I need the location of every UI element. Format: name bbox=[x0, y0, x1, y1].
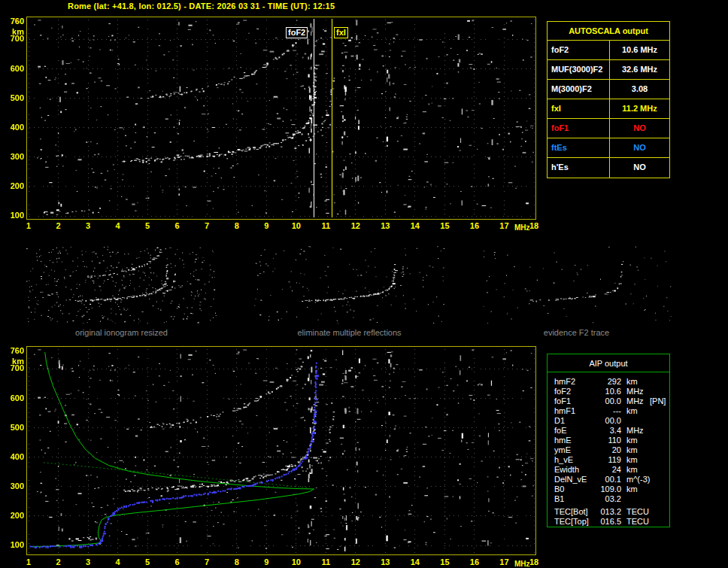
x-tick-label: 12 bbox=[347, 557, 365, 566]
aip-row: ymE20km bbox=[548, 445, 669, 455]
autoscala-row: foF1NO bbox=[548, 119, 669, 138]
param-name: B0 bbox=[548, 484, 593, 494]
param-name: DelN_vE bbox=[548, 475, 593, 484]
param-note bbox=[648, 377, 669, 387]
param-name: foF2 bbox=[548, 387, 593, 396]
aip-row: hmF1---km bbox=[548, 406, 669, 416]
x-tick-label: 10 bbox=[287, 557, 305, 566]
x-tick-label: 4 bbox=[109, 221, 127, 230]
param-note bbox=[648, 494, 669, 504]
x-tick-label: 1 bbox=[20, 221, 38, 230]
param-value: NO bbox=[610, 158, 669, 178]
aip-row: TEC[Bot]013.2TECU bbox=[548, 507, 669, 517]
x-tick-label: 9 bbox=[257, 557, 275, 566]
param-name: foF1 bbox=[548, 396, 593, 406]
autoscala-row: fxI11.2 MHz bbox=[548, 99, 669, 119]
thumbnail-canvas-original bbox=[26, 246, 217, 323]
param-unit: m^(-3) bbox=[621, 475, 648, 484]
param-unit: MHz bbox=[621, 426, 648, 436]
ionogram-plot-top: foF2 fxI bbox=[26, 17, 536, 220]
x-tick-label: 13 bbox=[376, 221, 394, 230]
param-value: 110 bbox=[593, 436, 621, 445]
autoscala-row: M(3000)F23.08 bbox=[548, 80, 669, 99]
param-unit: km bbox=[621, 445, 648, 455]
y-tick-label: 760 bbox=[2, 346, 24, 355]
param-name: hmF2 bbox=[548, 377, 593, 387]
param-value: --- bbox=[593, 406, 621, 416]
x-tick-label: 3 bbox=[79, 557, 97, 566]
thumbnail-evidence-f2-trace bbox=[481, 246, 672, 323]
x-tick-label: 6 bbox=[168, 557, 187, 566]
ionogram-canvas-top bbox=[27, 17, 535, 219]
x-tick-label: 17 bbox=[495, 221, 513, 230]
param-value: 109.0 bbox=[593, 484, 621, 494]
param-note bbox=[648, 507, 669, 517]
param-name: B1 bbox=[548, 494, 593, 504]
x-tick-label: 7 bbox=[198, 557, 216, 566]
x-tick-label: 17 bbox=[495, 557, 513, 566]
thumbnail-original-ionogram bbox=[26, 246, 217, 323]
param-value: 3.4 bbox=[593, 426, 621, 436]
param-name: fxI bbox=[548, 99, 610, 118]
param-value: 11.2 MHz bbox=[610, 99, 669, 118]
x-tick-label: 3 bbox=[79, 221, 97, 230]
param-value: 20 bbox=[593, 445, 621, 455]
page-title: Rome (lat: +41.8, lon: 012.5) - DATE: 20… bbox=[68, 2, 335, 11]
x-tick-label: 11 bbox=[317, 557, 335, 566]
x-tick-label: 2 bbox=[50, 557, 68, 566]
aip-row: Ewidth24km bbox=[548, 465, 669, 475]
y-tick-label: 300 bbox=[2, 152, 24, 161]
param-note bbox=[648, 445, 669, 455]
aip-row: hmF2292km bbox=[548, 377, 669, 387]
param-name: ymE bbox=[548, 445, 593, 455]
param-unit: km bbox=[621, 484, 648, 494]
param-value: 32.6 MHz bbox=[610, 60, 669, 79]
autoscala-window: Rome (lat: +41.8, lon: 012.5) - DATE: 20… bbox=[0, 0, 728, 568]
fxI-marker-label: fxI bbox=[334, 27, 348, 38]
aip-row: h_vE119km bbox=[548, 455, 669, 465]
param-note bbox=[648, 416, 669, 426]
x-tick-label: 8 bbox=[228, 221, 246, 230]
param-unit: km bbox=[621, 406, 648, 416]
aip-row: foE3.4MHz bbox=[548, 426, 669, 436]
x-tick-label: 16 bbox=[466, 557, 484, 566]
aip-row: foF210.6MHz bbox=[548, 387, 669, 396]
param-name: foE bbox=[548, 426, 593, 436]
x-tick-label: 15 bbox=[435, 221, 453, 230]
param-name: hmF1 bbox=[548, 406, 593, 416]
x-tick-label: 5 bbox=[138, 557, 156, 566]
param-note bbox=[648, 406, 669, 416]
param-unit: km bbox=[621, 465, 648, 475]
y-tick-label: 200 bbox=[2, 511, 24, 520]
param-name: D1 bbox=[548, 416, 593, 426]
param-value: 03.2 bbox=[593, 494, 621, 504]
aip-table-title: AIP output bbox=[548, 354, 669, 372]
param-name: M(3000)F2 bbox=[548, 80, 610, 99]
aip-table-rows: hmF2292kmfoF210.6MHzfoF100.0MHz[PN]hmF1-… bbox=[548, 372, 669, 527]
x-tick-label: 14 bbox=[406, 557, 424, 566]
y-tick-label: 400 bbox=[2, 452, 24, 461]
param-value: 016.5 bbox=[593, 517, 621, 527]
y-tick-label: 100 bbox=[2, 211, 24, 220]
param-value: 119 bbox=[593, 455, 621, 465]
param-unit: TECU bbox=[621, 507, 648, 517]
x-tick-label: 11 bbox=[317, 221, 335, 230]
param-unit: TECU bbox=[621, 517, 648, 527]
param-name: h_vE bbox=[548, 455, 593, 465]
y-tick-label: 100 bbox=[2, 540, 24, 549]
param-note bbox=[648, 426, 669, 436]
x-tick-label: 7 bbox=[198, 221, 216, 230]
x-tick-label: 6 bbox=[168, 221, 187, 230]
param-name: foF2 bbox=[548, 41, 610, 59]
thumbnail-canvas-evidence bbox=[481, 246, 672, 323]
param-unit: MHz bbox=[621, 387, 648, 396]
x-tick-label: 8 bbox=[228, 557, 246, 566]
param-value: 10.6 MHz bbox=[610, 41, 669, 59]
param-value: 3.08 bbox=[610, 80, 669, 99]
autoscala-row: h'EsNO bbox=[548, 158, 669, 178]
param-name: ftEs bbox=[548, 138, 610, 157]
param-value: 00.0 bbox=[593, 416, 621, 426]
aip-row: foF100.0MHz[PN] bbox=[548, 396, 669, 406]
autoscala-row: ftEsNO bbox=[548, 138, 669, 158]
autoscala-table-title: AUTOSCALA output bbox=[548, 22, 669, 41]
